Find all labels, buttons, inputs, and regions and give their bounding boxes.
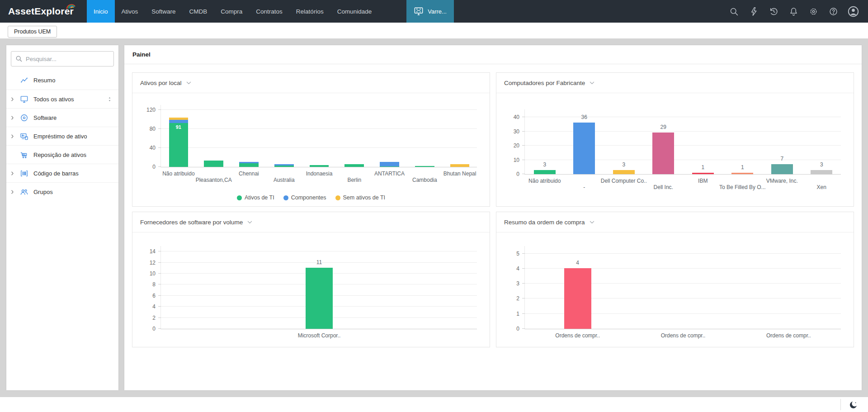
bar-segment-[interactable] bbox=[573, 123, 595, 174]
bar-xen[interactable] bbox=[811, 170, 832, 174]
legend-item-componentes[interactable]: Componentes bbox=[283, 194, 326, 201]
chevron-right-icon[interactable] bbox=[10, 188, 18, 195]
bell-icon[interactable] bbox=[786, 4, 801, 19]
chevron-down-icon[interactable] bbox=[589, 219, 595, 225]
bar-ibm[interactable] bbox=[692, 173, 714, 174]
sidebar-item-label: Grupos bbox=[33, 189, 113, 195]
nav-item-software[interactable]: Software bbox=[145, 0, 182, 23]
gridline bbox=[161, 109, 477, 110]
tab-produtos-uem[interactable]: Produtos UEM bbox=[8, 26, 57, 38]
nav-item-comunidade[interactable]: Comunidade bbox=[330, 0, 379, 23]
bar-segment-componentes[interactable] bbox=[274, 164, 294, 166]
bar-segment-sem-ativos-de-ti[interactable] bbox=[169, 118, 189, 120]
bar-segment-dell-inc[interactable] bbox=[652, 133, 674, 174]
bar-indonaesia[interactable] bbox=[310, 165, 329, 167]
bar-nao-atribuido[interactable]: 91 bbox=[169, 118, 189, 167]
chevron-down-icon[interactable] bbox=[589, 80, 595, 86]
nav-item-contratos[interactable]: Contratos bbox=[249, 0, 289, 23]
bar-dell-computer-co[interactable] bbox=[613, 170, 635, 174]
bar-value-label: 3 bbox=[543, 161, 546, 168]
bar-dell-inc[interactable] bbox=[652, 133, 674, 174]
bar-[interactable] bbox=[573, 123, 595, 174]
nav-item-ativos[interactable]: Ativos bbox=[115, 0, 145, 23]
bar-pleasanton-ca[interactable] bbox=[204, 161, 223, 167]
bar-antartica[interactable] bbox=[380, 162, 399, 167]
bar-segment-ativos-de-ti[interactable] bbox=[344, 164, 364, 167]
bar-segment-ativos-de-ti[interactable] bbox=[204, 161, 223, 167]
chevron-right-icon[interactable] bbox=[10, 133, 18, 140]
sidebar-search-input[interactable] bbox=[26, 56, 109, 62]
search-icon bbox=[15, 55, 23, 62]
chevron-right-icon[interactable] bbox=[10, 170, 18, 177]
bar-segment-vmware-inc[interactable] bbox=[771, 164, 793, 174]
x-axis-label: ANTARTICA bbox=[374, 170, 405, 177]
x-axis-label: Ordens de compr.. bbox=[766, 332, 811, 339]
bar-segment-ordens-de-compr[interactable] bbox=[564, 268, 591, 329]
search-icon[interactable] bbox=[726, 4, 741, 19]
sidebar-item-codigo-de-barras[interactable]: Código de barras bbox=[6, 164, 118, 182]
bar-nao-atribuido[interactable] bbox=[534, 170, 556, 174]
nav-item-compra[interactable]: Compra bbox=[214, 0, 249, 23]
help-icon[interactable] bbox=[826, 4, 841, 19]
bar-segment-dell-computer-co[interactable] bbox=[613, 170, 635, 174]
bar-segment-ibm[interactable] bbox=[692, 173, 714, 174]
chart-card-computadores-por-fabricante: Computadores por Fabricante 0102030403Nã… bbox=[496, 72, 854, 207]
bar-segment-ativos-de-ti[interactable] bbox=[380, 166, 399, 167]
sidebar-item-software[interactable]: Software bbox=[6, 108, 118, 127]
y-tick-mark bbox=[158, 284, 161, 284]
bar-microsoft-corpor[interactable] bbox=[306, 268, 333, 329]
bar-ordens-de-compr[interactable] bbox=[564, 268, 591, 329]
chart-body: 0102030403Não atribuido36-3Dell Computer… bbox=[496, 93, 854, 206]
y-tick-label: 20 bbox=[500, 142, 519, 149]
avatar-icon[interactable] bbox=[845, 4, 861, 19]
bar-berlin[interactable] bbox=[344, 164, 364, 167]
y-tick-label: 14 bbox=[136, 248, 156, 255]
bar-segment-ativos-de-ti[interactable] bbox=[239, 163, 259, 167]
bar-bhutan-nepal[interactable] bbox=[450, 164, 470, 167]
sidebar-item-emprestimo-de-ativo[interactable]: Empréstimo de ativo bbox=[6, 127, 118, 145]
chevron-right-icon[interactable] bbox=[10, 95, 18, 103]
gear-icon[interactable] bbox=[806, 4, 821, 19]
bar-segment-microsoft-corpor[interactable] bbox=[306, 268, 333, 329]
bar-segment-componentes[interactable] bbox=[380, 162, 399, 166]
nav-item-cmdb[interactable]: CMDB bbox=[183, 0, 214, 23]
bar-segment-ativos-de-ti[interactable] bbox=[415, 166, 434, 167]
legend-item-sem-ativos-de-ti[interactable]: Sem ativos de TI bbox=[335, 194, 386, 201]
scan-button[interactable]: Varre... bbox=[406, 0, 454, 23]
bar-segment-xen[interactable] bbox=[811, 170, 832, 174]
nav-item-relatorios[interactable]: Relatórios bbox=[289, 0, 330, 23]
chevron-right-icon[interactable] bbox=[10, 114, 18, 121]
bar-australia[interactable] bbox=[274, 164, 294, 167]
sidebar-item-reposicao-de-ativos[interactable]: Reposição de ativos bbox=[6, 145, 118, 164]
bar-segment-ativos-de-ti[interactable] bbox=[274, 166, 294, 167]
y-tick-mark bbox=[158, 306, 161, 307]
sort-icon[interactable] bbox=[107, 96, 113, 103]
bar-segment-to-be-filled-by-o[interactable] bbox=[731, 173, 753, 174]
bar-to-be-filled-by-o[interactable] bbox=[731, 173, 753, 174]
bar-segment-componentes[interactable] bbox=[169, 120, 189, 123]
chevron-down-icon[interactable] bbox=[247, 219, 253, 225]
bar-cambodia[interactable] bbox=[415, 166, 434, 167]
x-axis-label: IBM bbox=[698, 178, 708, 184]
history-icon[interactable] bbox=[766, 4, 781, 19]
bar-segment-sem-ativos-de-ti[interactable] bbox=[450, 164, 470, 167]
bar-value-label: 1 bbox=[701, 164, 704, 170]
bar-segment-ativos-de-ti[interactable] bbox=[310, 165, 329, 167]
sidebar-item-todos-os-ativos[interactable]: Todos os ativos bbox=[6, 90, 118, 108]
bar-segment-nao-atribuido[interactable] bbox=[534, 170, 556, 174]
bar-chennai[interactable] bbox=[239, 162, 259, 167]
legend-item-ativos-de-ti[interactable]: Ativos de TI bbox=[237, 194, 274, 201]
dark-mode-toggle[interactable] bbox=[849, 400, 858, 409]
chart-body: 0123454Ordens de compr..Ordens de compr.… bbox=[496, 232, 854, 347]
bar-segment-ativos-de-ti[interactable]: 91 bbox=[169, 123, 189, 167]
gridline bbox=[525, 160, 841, 160]
bolt-icon[interactable] bbox=[746, 4, 761, 19]
sidebar-item-grupos[interactable]: Grupos bbox=[6, 182, 118, 201]
nav-item-inicio[interactable]: Inicio bbox=[87, 0, 115, 23]
x-axis-label: Dell Inc. bbox=[654, 184, 673, 190]
bar-vmware-inc[interactable] bbox=[771, 164, 793, 174]
sidebar-item-resumo[interactable]: Resumo bbox=[6, 71, 118, 90]
bar-segment-componentes[interactable] bbox=[239, 162, 259, 163]
app-logo[interactable]: AssetExplorer bbox=[0, 0, 87, 23]
chevron-down-icon[interactable] bbox=[186, 80, 192, 86]
